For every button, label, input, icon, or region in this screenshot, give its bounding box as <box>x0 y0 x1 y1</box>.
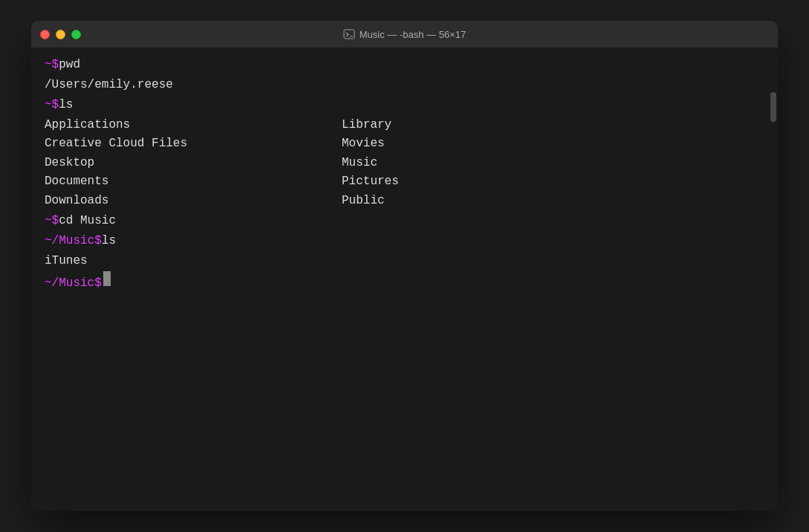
window-title: Music — -bash — 56×17 <box>343 28 466 40</box>
prompt-current: ~/Music$ <box>45 273 102 293</box>
cmd-cd: cd Music <box>59 211 116 231</box>
ls-left-col: Applications Creative Cloud Files Deskto… <box>45 116 342 211</box>
list-item: Music <box>342 154 764 173</box>
terminal-body[interactable]: ~$ pwd /Users/emily.reese ~$ ls Applicat… <box>31 48 778 511</box>
line-pwd-output: /Users/emily.reese <box>45 75 764 95</box>
prompt-3: ~$ <box>45 211 59 231</box>
maximize-button[interactable] <box>71 30 81 39</box>
prompt-1: ~$ <box>45 55 59 75</box>
minimize-button[interactable] <box>56 30 65 39</box>
list-item: Library <box>342 116 764 135</box>
itunes-output: iTunes <box>45 251 88 271</box>
line-cd-cmd: ~$ cd Music <box>45 211 764 231</box>
cursor <box>103 271 111 286</box>
list-item: Pictures <box>342 172 764 192</box>
line-pwd-cmd: ~$ pwd <box>45 55 764 75</box>
terminal-window: Music — -bash — 56×17 ~$ pwd /Users/emil… <box>31 21 778 511</box>
line-ls-cmd: ~$ ls <box>45 95 764 115</box>
list-item: Movies <box>342 134 764 154</box>
traffic-lights <box>40 30 81 39</box>
titlebar: Music — -bash — 56×17 <box>31 21 778 48</box>
list-item: Public <box>342 192 764 211</box>
prompt-2: ~$ <box>45 95 59 115</box>
line-music-ls: ~/Music$ ls <box>45 231 764 251</box>
list-item: Desktop <box>45 154 342 173</box>
list-item: Applications <box>45 116 342 135</box>
list-item: Creative Cloud Files <box>45 134 342 154</box>
ls-output-grid: Applications Creative Cloud Files Deskto… <box>45 116 764 211</box>
line-current-prompt[interactable]: ~/Music$ <box>45 271 764 293</box>
prompt-4: ~/Music$ <box>45 231 102 251</box>
line-itunes-output: iTunes <box>45 251 764 271</box>
svg-rect-0 <box>344 30 354 39</box>
list-item: Downloads <box>45 192 342 211</box>
terminal-icon <box>343 28 355 40</box>
cmd-ls2: ls <box>102 231 116 251</box>
ls-right-col: Library Movies Music Pictures Public <box>342 116 764 211</box>
scrollbar[interactable] <box>770 92 776 122</box>
cmd-ls: ls <box>59 95 73 115</box>
pwd-output: /Users/emily.reese <box>45 75 173 95</box>
cmd-pwd: pwd <box>59 55 80 75</box>
list-item: Documents <box>45 172 342 192</box>
close-button[interactable] <box>40 30 50 39</box>
